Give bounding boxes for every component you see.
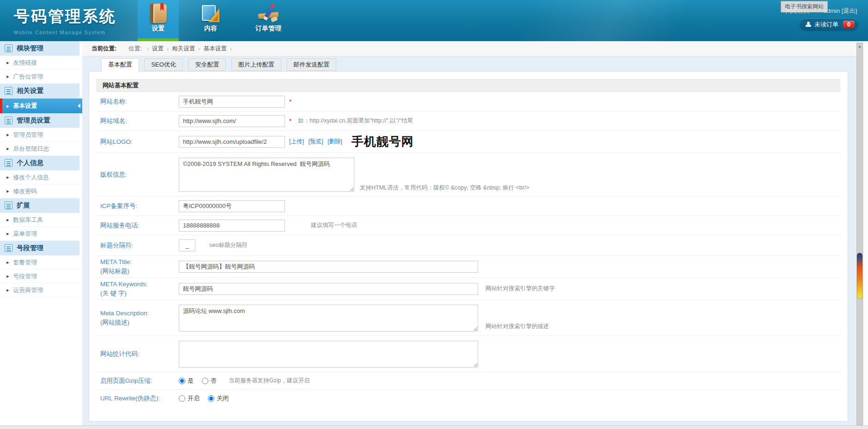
logo-preview-image: 手机靓号网	[352, 134, 414, 150]
stats-code-textarea[interactable]	[179, 341, 478, 368]
book-icon	[150, 4, 167, 23]
meta-title-label: META Title: (网站标题)	[100, 257, 179, 276]
title-separator-input[interactable]	[179, 239, 195, 251]
nav-label: 设置	[138, 25, 179, 33]
breadcrumb-location-label: 位置:	[128, 45, 141, 53]
required-asterisk: *	[289, 117, 291, 124]
stats-code-label: 网站统计代码:	[100, 349, 179, 359]
item-label: 广告位管理	[13, 73, 43, 81]
sidebar-item-basic-settings[interactable]: ▶ 基本设置	[0, 98, 82, 113]
meta-keywords-label: META Keywords: (关 键 字)	[100, 280, 179, 298]
logo-delete-link[interactable]: [删除]	[328, 138, 342, 145]
copyright-textarea[interactable]: ©2008-2019 SYSTEM All Rights Reserved 靓号…	[179, 158, 354, 192]
meta-description-label: Meta Description: (网站描述)	[100, 309, 179, 327]
vertical-scrollbar-thumb[interactable]	[857, 253, 862, 299]
nav-label: 订单管理	[240, 25, 297, 33]
copyright-hint: 支持HTML语法，常用代码：版权© &copy; 空格 &nbsp; 换行 <b…	[360, 184, 529, 192]
tab-image-upload[interactable]: 图片上传配置	[231, 58, 281, 71]
item-label: 修改个人信息	[13, 173, 49, 182]
row-copyright: 版权信息: ©2008-2019 SYSTEM All Rights Reser…	[97, 153, 840, 196]
icp-input[interactable]	[179, 200, 285, 212]
sidebar-item-segment-mgmt[interactable]: ▶ 号段管理	[0, 270, 79, 283]
site-name-input[interactable]	[179, 96, 285, 108]
app-logo: 号码管理系统 Mobile Content Manage System	[14, 6, 116, 35]
gzip-yes-radio[interactable]	[179, 378, 185, 384]
gzip-no-radio[interactable]	[202, 378, 208, 384]
sidebar-section-personal-info[interactable]: 个人信息	[0, 156, 79, 171]
sidebar-item-db-tools[interactable]: ▶ 数据库工具	[0, 213, 79, 227]
nav-item-orders[interactable]: 订单管理	[240, 0, 297, 41]
section-title: 模块管理	[17, 44, 43, 53]
logo-preview-link[interactable]: [预览]	[308, 138, 323, 145]
copyright-label: 版权信息:	[100, 170, 179, 179]
meta-keywords-input[interactable]	[179, 283, 478, 295]
item-label: 数据库工具	[13, 216, 43, 224]
meta-description-textarea[interactable]: 源码论坛 www.sjlh.com	[179, 305, 478, 331]
grid-icon	[5, 202, 12, 209]
sidebar-item-change-password[interactable]: ▶ 修改密码	[0, 184, 79, 198]
url-rewrite-label: URL Rewrite(伪静态):	[100, 394, 179, 403]
section-title: 管理员设置	[17, 116, 50, 125]
horizontal-scrollbar[interactable]	[0, 425, 868, 429]
vertical-scrollbar-track[interactable]: ▲	[856, 43, 863, 425]
nav-item-content[interactable]: 内容	[189, 0, 232, 41]
unread-orders-label: 未读订单	[814, 20, 838, 29]
row-meta-title: META Title: (网站标题)	[97, 256, 840, 278]
sidebar-item-edit-profile[interactable]: ▶ 修改个人信息	[0, 171, 79, 184]
sidebar-section-extensions[interactable]: 扩展	[0, 198, 79, 213]
sidebar-item-carrier-mgmt[interactable]: ▶ 运营商管理	[0, 283, 79, 297]
nav-label: 内容	[189, 25, 232, 33]
tab-basic-config[interactable]: 基本配置	[101, 58, 139, 72]
meta-title-input[interactable]	[179, 261, 478, 273]
domain-input[interactable]	[179, 115, 285, 127]
item-label: 友情链接	[13, 59, 37, 67]
sidebar-item-menu-mgmt[interactable]: ▶ 菜单管理	[0, 227, 79, 241]
tab-security[interactable]: 安全配置	[188, 58, 226, 71]
breadcrumb-link-settings[interactable]: 设置	[152, 45, 164, 53]
breadcrumb: 当前位置: 位置: › 设置 › 相关设置 › 基本设置 ›	[82, 41, 856, 56]
form-panel: 网站基本配置 网站名称: * 网站域名: * 如：http://xydai.cn…	[89, 71, 848, 422]
sidebar-section-admin-settings[interactable]: 管理员设置	[0, 113, 79, 128]
nav-item-settings[interactable]: 设置	[138, 0, 179, 41]
scrollbar-up-arrow-icon[interactable]: ▲	[857, 43, 862, 50]
item-label: 修改密码	[13, 187, 37, 196]
sidebar-item-login-log[interactable]: ▶ 后台登陆日志	[0, 142, 79, 156]
service-phone-label: 网站服务电话:	[100, 221, 179, 230]
sidebar-section-related-settings[interactable]: 相关设置	[0, 84, 79, 98]
config-tabs: 基本配置 SEO优化 安全配置 图片上传配置 邮件发送配置	[101, 58, 856, 71]
breadcrumb-link-basic-settings[interactable]: 基本设置	[204, 45, 227, 53]
url-rewrite-off-option[interactable]: 关闭	[208, 394, 229, 403]
sidebar-item-package-mgmt[interactable]: ▶ 套餐管理	[0, 256, 79, 270]
gzip-label: 启用页面Gzip压缩:	[100, 376, 179, 386]
sidebar-item-ad-slots[interactable]: ▶ 广告位管理	[0, 70, 79, 84]
domain-label: 网站域名:	[100, 116, 179, 126]
row-gzip: 启用页面Gzip压缩: 是 否 当前服务器支持Gzip，建议开启	[97, 372, 840, 390]
main-content: 当前位置: 位置: › 设置 › 相关设置 › 基本设置 › 基本配置 SEO优…	[82, 41, 856, 425]
site-logo-input[interactable]	[179, 136, 285, 148]
sidebar-section-module-mgmt[interactable]: 模块管理	[0, 41, 79, 56]
breadcrumb-link-related-settings[interactable]: 相关设置	[172, 45, 195, 53]
tab-seo[interactable]: SEO优化	[144, 58, 182, 71]
gzip-no-option[interactable]: 否	[202, 377, 217, 385]
title-separator-hint: seo标题分隔符	[209, 241, 248, 249]
tab-mail[interactable]: 邮件发送配置	[286, 58, 336, 71]
browser-tooltip: 电子书搜索网站	[781, 1, 828, 12]
item-label: 管理员管理	[13, 131, 43, 139]
site-logo-label: 网站LOGO:	[100, 137, 179, 147]
url-rewrite-on-option[interactable]: 开启	[179, 394, 200, 403]
url-rewrite-on-radio[interactable]	[179, 395, 185, 402]
gzip-yes-option[interactable]: 是	[179, 377, 194, 385]
sidebar-item-friend-links[interactable]: ▶ 友情链接	[0, 56, 79, 70]
arrow-icon: ▶	[6, 147, 9, 150]
admin-logout-link[interactable]: admin [退出]	[824, 7, 857, 15]
logo-upload-link[interactable]: [上传]	[289, 138, 304, 145]
unread-orders-button[interactable]: 未读订单 0	[800, 18, 858, 31]
sidebar-section-number-segment[interactable]: 号段管理	[0, 241, 79, 256]
url-rewrite-off-radio[interactable]	[208, 395, 214, 402]
breadcrumb-separator: ›	[167, 45, 169, 52]
sidebar-item-admin-mgmt[interactable]: ▶ 管理员管理	[0, 128, 79, 142]
breadcrumb-separator: ›	[198, 45, 200, 52]
service-phone-input[interactable]	[179, 220, 285, 232]
arrow-icon: ▶	[6, 260, 9, 264]
grid-icon	[5, 159, 12, 167]
